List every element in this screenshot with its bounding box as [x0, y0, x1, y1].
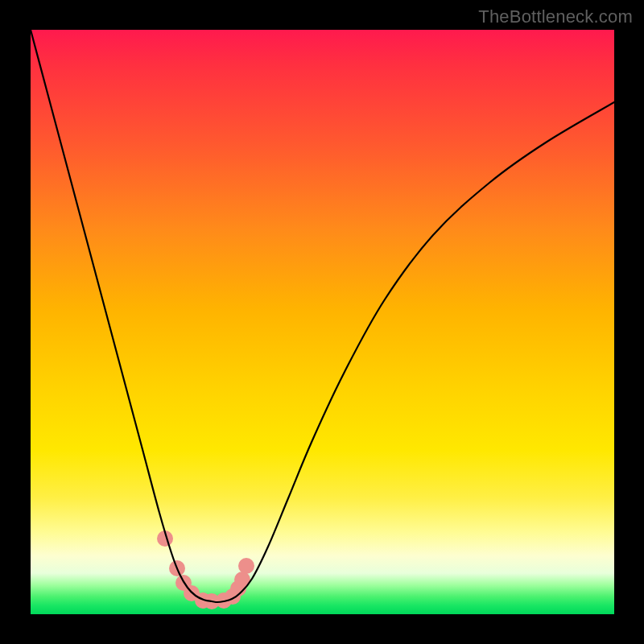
marker-group	[157, 530, 254, 609]
curve-layer	[31, 30, 614, 614]
marker-dot	[238, 558, 254, 574]
plot-area	[31, 30, 614, 614]
watermark-text: TheBottleneck.com	[478, 6, 633, 27]
chart-frame: TheBottleneck.com	[0, 0, 644, 644]
bottleneck-curve	[31, 30, 614, 602]
